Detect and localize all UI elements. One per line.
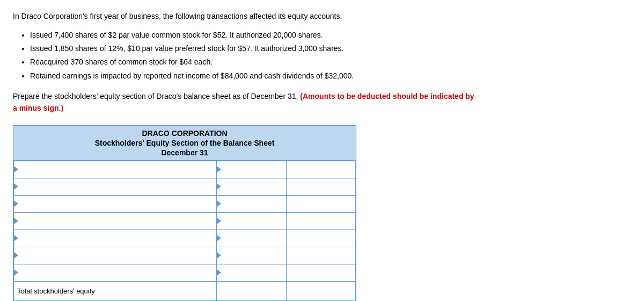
total-value-cell-b[interactable] bbox=[286, 281, 355, 300]
table-row bbox=[14, 264, 356, 281]
triangle-icon-4 bbox=[14, 218, 18, 224]
value-cell-2b[interactable] bbox=[286, 178, 355, 195]
value-cell-7a[interactable] bbox=[217, 264, 286, 281]
value-cell-1b[interactable] bbox=[286, 161, 355, 178]
label-cell-4[interactable] bbox=[14, 212, 217, 230]
label-cell-7[interactable] bbox=[14, 264, 217, 281]
table-row bbox=[14, 230, 356, 247]
intro-paragraph: In Draco Corporation's first year of bus… bbox=[13, 11, 631, 22]
table-row bbox=[14, 195, 356, 212]
date-title: December 31 bbox=[18, 148, 352, 157]
value-cell-4a[interactable] bbox=[217, 212, 286, 230]
equity-table: Total stockholders' equity bbox=[13, 161, 356, 301]
instruction-prefix: Prepare the stockholders' equity section… bbox=[13, 92, 298, 101]
bullet-item-4: Retained earnings is impacted by reporte… bbox=[30, 69, 631, 83]
table-row bbox=[14, 212, 356, 230]
value-cell-2a[interactable] bbox=[217, 178, 286, 195]
bullet-item-3: Reacquired 370 shares of common stock fo… bbox=[30, 55, 631, 69]
bullet-item-1: Issued 7,400 shares of $2 par value comm… bbox=[30, 28, 631, 42]
total-label-cell: Total stockholders' equity bbox=[14, 281, 217, 300]
triangle-icon-v5 bbox=[217, 235, 221, 241]
value-cell-7b[interactable] bbox=[286, 264, 355, 281]
label-cell-5[interactable] bbox=[14, 230, 217, 247]
triangle-icon-5 bbox=[14, 235, 18, 241]
instruction-paragraph: Prepare the stockholders' equity section… bbox=[13, 90, 474, 114]
value-cell-5b[interactable] bbox=[286, 230, 355, 247]
triangle-icon-v6 bbox=[217, 252, 221, 259]
value-cell-3a[interactable] bbox=[217, 195, 286, 212]
value-cell-4b[interactable] bbox=[286, 212, 355, 230]
triangle-icon-v3 bbox=[217, 200, 221, 207]
corp-title: DRACO CORPORATION bbox=[18, 129, 352, 138]
triangle-icon-2 bbox=[14, 183, 18, 190]
triangle-icon-3 bbox=[14, 200, 18, 207]
triangle-icon-v2 bbox=[217, 183, 221, 190]
label-cell-1[interactable] bbox=[14, 161, 217, 178]
triangle-icon-v4 bbox=[217, 218, 221, 224]
triangle-icon-1 bbox=[14, 166, 18, 173]
total-value-cell-a[interactable] bbox=[217, 281, 286, 300]
label-cell-3[interactable] bbox=[14, 195, 217, 212]
table-header: DRACO CORPORATION Stockholders' Equity S… bbox=[13, 126, 356, 161]
table-row bbox=[14, 161, 356, 178]
table-row bbox=[14, 178, 356, 195]
value-cell-3b[interactable] bbox=[286, 195, 355, 212]
triangle-icon-v7 bbox=[217, 269, 221, 276]
section-title: Stockholders' Equity Section of the Bala… bbox=[18, 139, 352, 147]
value-cell-5a[interactable] bbox=[217, 230, 286, 247]
bullet-item-2: Issued 1,850 shares of 12%, $10 par valu… bbox=[30, 42, 631, 55]
table-row bbox=[14, 247, 356, 264]
triangle-icon-6 bbox=[14, 252, 18, 259]
value-cell-1a[interactable] bbox=[217, 161, 286, 178]
label-cell-2[interactable] bbox=[14, 178, 217, 195]
total-row: Total stockholders' equity bbox=[14, 281, 356, 300]
value-cell-6a[interactable] bbox=[217, 247, 286, 264]
value-cell-6b[interactable] bbox=[286, 247, 355, 264]
balance-sheet-table-container: DRACO CORPORATION Stockholders' Equity S… bbox=[13, 125, 356, 301]
triangle-icon-7 bbox=[14, 269, 18, 276]
label-cell-6[interactable] bbox=[14, 247, 217, 264]
bullet-list: Issued 7,400 shares of $2 par value comm… bbox=[13, 28, 631, 83]
triangle-icon-v1 bbox=[217, 166, 221, 173]
